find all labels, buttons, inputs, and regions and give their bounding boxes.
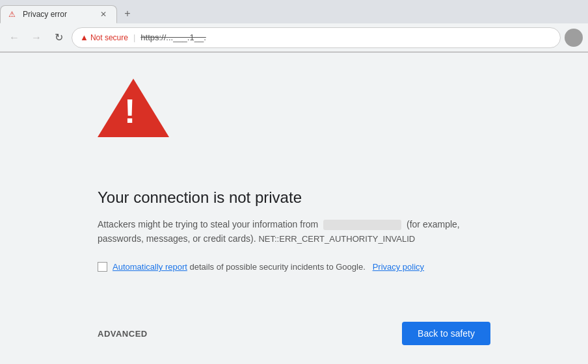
- report-label-rest: details of possible security incidents t…: [190, 262, 366, 272]
- warning-triangle-icon: [98, 79, 169, 140]
- error-desc-part1: Attackers might be trying to steal your …: [98, 219, 318, 229]
- automatically-report-link[interactable]: Automatically report: [113, 262, 187, 272]
- active-tab[interactable]: ⚠ Privacy error ✕: [0, 5, 117, 23]
- tab-favicon: ⚠: [8, 10, 18, 19]
- forward-icon: →: [31, 32, 42, 44]
- advanced-button[interactable]: ADVANCED: [98, 329, 148, 339]
- tab-close-button[interactable]: ✕: [98, 9, 109, 20]
- tab-bar: ⚠ Privacy error ✕ +: [0, 0, 588, 23]
- address-bar[interactable]: ▲ Not secure | https://...___.1__.: [72, 27, 561, 48]
- report-checkbox-row: Automatically report details of possible…: [98, 262, 424, 272]
- error-page: Your connection is not private Attackers…: [0, 53, 588, 364]
- report-label: Automatically report details of possible…: [113, 262, 424, 272]
- back-button[interactable]: ←: [5, 29, 23, 47]
- actions-row: ADVANCED Back to safety: [0, 322, 588, 345]
- error-code: NET::ERR_CERT_AUTHORITY_INVALID: [258, 234, 415, 244]
- reload-icon: ↻: [55, 31, 63, 44]
- back-icon: ←: [9, 32, 20, 44]
- forward-button[interactable]: →: [27, 29, 46, 47]
- warning-icon: ▲: [80, 32, 88, 42]
- new-tab-button[interactable]: +: [120, 6, 135, 21]
- browser-chrome: ⚠ Privacy error ✕ + ← → ↻ ▲ Not secure |…: [0, 0, 588, 53]
- error-description: Attackers might be trying to steal your …: [98, 217, 488, 246]
- not-secure-label: Not secure: [90, 33, 128, 42]
- back-to-safety-button[interactable]: Back to safety: [402, 322, 490, 345]
- address-url: https://...___.1__.: [140, 32, 206, 42]
- address-separator: |: [133, 32, 135, 42]
- profile-button[interactable]: [565, 29, 583, 47]
- report-checkbox[interactable]: [98, 262, 107, 272]
- error-title: Your connection is not private: [98, 188, 302, 207]
- not-secure-badge: ▲ Not secure: [80, 32, 128, 42]
- reload-button[interactable]: ↻: [49, 29, 68, 47]
- triangle-shape: [98, 79, 169, 137]
- tab-title: Privacy error: [23, 10, 67, 19]
- toolbar: ← → ↻ ▲ Not secure | https://...___.1__.: [0, 23, 588, 52]
- privacy-policy-link[interactable]: Privacy policy: [373, 262, 424, 272]
- domain-redacted: [323, 220, 401, 230]
